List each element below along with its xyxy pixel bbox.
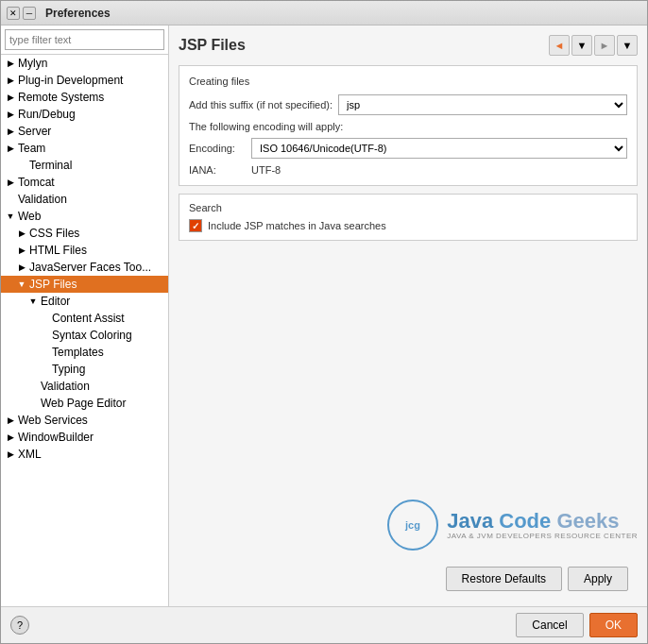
search-title: Search — [189, 202, 627, 213]
sidebar-item-tomcat[interactable]: ▶ Tomcat — [1, 174, 168, 191]
arrow-icon — [27, 381, 39, 392]
arrow-icon: ▶ — [5, 432, 16, 443]
sidebar-item-plugin-dev[interactable]: ▶ Plug-in Development — [1, 72, 168, 89]
encoding-row: Encoding: ISO 10646/Unicode(UTF-8) — [189, 138, 627, 159]
nav-back-button[interactable]: ◄ — [549, 35, 570, 56]
sidebar-item-templates[interactable]: Templates — [1, 344, 168, 361]
sidebar-item-jsf-tools[interactable]: ▶ JavaServer Faces Too... — [1, 259, 168, 276]
arrow-icon — [27, 398, 39, 409]
filter-input[interactable] — [5, 29, 164, 50]
sidebar-item-web[interactable]: ▼ Web — [1, 208, 168, 225]
sidebar-item-terminal[interactable]: Terminal — [1, 157, 168, 174]
sidebar-item-label: Plug-in Development — [18, 74, 123, 87]
sidebar-item-label: Web Page Editor — [41, 397, 127, 410]
arrow-icon — [39, 313, 50, 324]
sidebar-item-web-page-editor[interactable]: Web Page Editor — [1, 395, 168, 412]
window-controls: ✕ ─ — [7, 7, 36, 20]
footer-buttons: Cancel OK — [516, 613, 638, 637]
minimize-button[interactable]: ─ — [23, 7, 36, 20]
sidebar-item-syntax-coloring[interactable]: Syntax Coloring — [1, 327, 168, 344]
sidebar-item-label: Web Services — [18, 414, 88, 427]
sidebar-item-team[interactable]: ▶ Team — [1, 140, 168, 157]
sidebar-item-css-files[interactable]: ▶ CSS Files — [1, 225, 168, 242]
arrow-icon: ▶ — [5, 415, 16, 426]
jcg-subtitle: JAVA & JVM DEVELOPERS RESOURCE CENTER — [447, 532, 638, 540]
sidebar-item-label: CSS Files — [29, 227, 79, 240]
sidebar-item-run-debug[interactable]: ▶ Run/Debug — [1, 106, 168, 123]
creating-files-section: Creating files Add this suffix (if not s… — [179, 65, 638, 186]
sidebar-item-label: Run/Debug — [18, 108, 76, 121]
sidebar-item-jsp-files[interactable]: ▼ JSP Files — [1, 276, 168, 293]
jcg-logo: jcg Java Code Geeks JAVA & JVM DEVELOPER… — [386, 499, 638, 551]
arrow-icon: ▶ — [5, 143, 16, 154]
creating-files-title: Creating files — [189, 76, 627, 87]
sidebar: ▶ Mylyn ▶ Plug-in Development ▶ Remote S… — [1, 25, 169, 606]
code-text: Code — [499, 509, 551, 533]
nav-menu-button[interactable]: ▼ — [617, 35, 638, 56]
sidebar-item-label: Team — [18, 142, 45, 155]
sidebar-item-remote-systems[interactable]: ▶ Remote Systems — [1, 89, 168, 106]
sidebar-item-xml[interactable]: ▶ XML — [1, 446, 168, 463]
sidebar-item-label: Tomcat — [18, 176, 55, 189]
sidebar-item-label: HTML Files — [29, 244, 87, 257]
arrow-icon: ▼ — [16, 279, 27, 290]
jcg-main-text: Java Code Geeks — [447, 511, 638, 532]
include-jsp-row: Include JSP matches in Java searches — [189, 219, 627, 232]
nav-forward-button[interactable]: ► — [594, 35, 615, 56]
arrow-icon — [5, 194, 16, 205]
restore-defaults-button[interactable]: Restore Defaults — [446, 567, 562, 591]
encoding-label: Encoding: — [189, 143, 246, 154]
arrow-icon: ▶ — [5, 177, 16, 188]
geeks-text: Geeks — [556, 509, 619, 533]
include-jsp-label: Include JSP matches in Java searches — [208, 220, 386, 231]
encoding-note-row: The following encoding will apply: — [189, 121, 627, 132]
close-button[interactable]: ✕ — [7, 7, 20, 20]
sidebar-item-label: Validation — [41, 380, 90, 393]
apply-button[interactable]: Apply — [568, 567, 628, 591]
sidebar-item-label: Editor — [41, 295, 70, 308]
sidebar-item-typing[interactable]: Typing — [1, 361, 168, 378]
sidebar-item-content-assist[interactable]: Content Assist — [1, 310, 168, 327]
sidebar-item-label: JSP Files — [29, 278, 77, 291]
sidebar-item-label: Remote Systems — [18, 91, 104, 104]
sidebar-item-validation[interactable]: Validation — [1, 191, 168, 208]
sidebar-item-validation-sub[interactable]: Validation — [1, 378, 168, 395]
sidebar-item-web-services[interactable]: ▶ Web Services — [1, 412, 168, 429]
filter-box — [1, 25, 168, 55]
nav-down-button[interactable]: ▼ — [571, 35, 592, 56]
sidebar-item-server[interactable]: ▶ Server — [1, 123, 168, 140]
cancel-button[interactable]: Cancel — [516, 613, 583, 637]
sidebar-item-label: Mylyn — [18, 57, 47, 70]
nav-buttons: ◄ ▼ ► ▼ — [549, 35, 638, 56]
sidebar-item-label: JavaServer Faces Too... — [29, 261, 151, 274]
arrow-icon — [16, 160, 27, 171]
right-panel: JSP Files ◄ ▼ ► ▼ Creating files Add thi… — [169, 25, 647, 606]
suffix-select[interactable]: jsp — [338, 94, 627, 115]
arrow-icon — [39, 364, 50, 375]
ok-button[interactable]: OK — [589, 613, 638, 637]
jcg-icon: jcg — [386, 499, 439, 551]
main-content: ▶ Mylyn ▶ Plug-in Development ▶ Remote S… — [1, 25, 647, 606]
java-text: Java — [447, 509, 493, 533]
sidebar-item-html-files[interactable]: ▶ HTML Files — [1, 242, 168, 259]
sidebar-item-editor[interactable]: ▼ Editor — [1, 293, 168, 310]
encoding-select[interactable]: ISO 10646/Unicode(UTF-8) — [251, 138, 627, 159]
arrow-icon: ▶ — [5, 449, 16, 460]
help-button[interactable]: ? — [10, 616, 29, 635]
preferences-window: ✕ ─ Preferences ▶ Mylyn ▶ Plug-in Develo… — [0, 0, 648, 644]
sidebar-item-label: Syntax Coloring — [52, 329, 132, 342]
arrow-icon: ▶ — [16, 262, 27, 273]
arrow-icon: ▶ — [16, 245, 27, 256]
iana-row: IANA: UTF-8 — [189, 164, 627, 176]
sidebar-item-label: Validation — [18, 193, 67, 206]
panel-header: JSP Files ◄ ▼ ► ▼ — [179, 35, 638, 56]
encoding-note: The following encoding will apply: — [189, 121, 343, 132]
sidebar-item-mylyn[interactable]: ▶ Mylyn — [1, 55, 168, 72]
sidebar-item-label: WindowBuilder — [18, 431, 94, 444]
jcg-text: Java Code Geeks JAVA & JVM DEVELOPERS RE… — [447, 511, 638, 540]
sidebar-item-window-builder[interactable]: ▶ WindowBuilder — [1, 429, 168, 446]
window-title: Preferences — [45, 7, 111, 20]
include-jsp-checkbox[interactable] — [189, 219, 202, 232]
sidebar-item-label: XML — [18, 448, 42, 461]
arrow-icon: ▶ — [16, 228, 27, 239]
